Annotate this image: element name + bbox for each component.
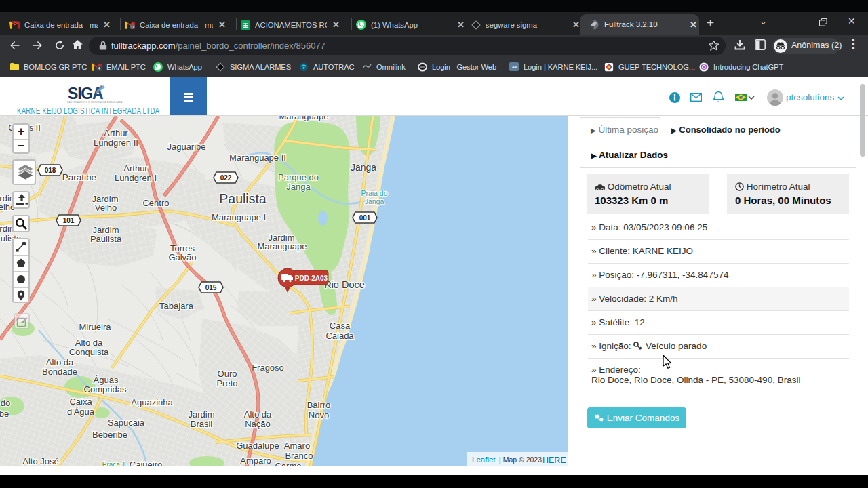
svg-text:Paulista: Paulista [90,234,122,244]
svg-text:101: 101 [63,217,75,224]
svg-text:4: 4 [98,66,100,70]
svg-text:be: be [0,409,9,419]
svg-text:Lundgren II: Lundgren II [94,138,138,148]
svg-text:Nação: Nação [245,419,271,429]
svg-text:Águas: Águas [94,375,119,385]
svg-text:Praia do: Praia do [361,189,387,197]
svg-text:Casa: Casa [330,321,351,331]
svg-text:Arthur: Arthur [104,128,128,138]
svg-text:Amparo: Amparo [240,455,271,466]
svg-text:Aguazinha: Aguazinha [131,397,173,407]
svg-text:Alto da: Alto da [244,409,272,420]
svg-text:0: 0 [132,24,134,28]
svg-text:Beberibe: Beberibe [92,430,127,440]
svg-text:Rio Doce: Rio Doce [324,279,365,290]
svg-text:001: 001 [359,214,371,222]
svg-text:Praça 1: Praça 1 [102,461,126,466]
svg-text:Mirueira: Mirueira [79,322,112,332]
svg-text:Novo: Novo [309,410,329,420]
svg-text:Arthur: Arthur [123,163,148,174]
svg-text:Velho: Velho [95,203,117,213]
svg-text:Lundgren I: Lundgren I [115,173,157,183]
svg-text:Jaguaribe: Jaguaribe [167,142,205,152]
svg-text:Compridas: Compridas [84,384,127,394]
svg-text:Alto da: Alto da [75,338,103,348]
svg-text:Brasil: Brasil [191,419,213,429]
svg-text:Bairro: Bairro [307,400,331,410]
svg-text:do: do [1,398,10,408]
svg-text:Maranguape: Maranguape [258,241,307,251]
svg-text:Bondade: Bondade [42,367,77,377]
svg-text:Paratibe: Paratibe [62,172,96,182]
svg-text:HERE: HERE [542,455,566,465]
svg-text:Carmo: Carmo [275,461,301,466]
svg-text:015: 015 [205,284,217,291]
svg-text:Maranguape: Maranguape [279,116,329,121]
svg-text:Galvão: Galvão [168,252,196,262]
svg-text:Guadalupe: Guadalupe [236,441,279,451]
svg-text:Janga: Janga [351,162,376,173]
svg-text:022: 022 [220,174,232,182]
svg-text:Alto da: Alto da [46,357,74,367]
svg-text:Branco: Branco [285,451,313,461]
svg-text:Janga: Janga [365,197,384,205]
svg-text:Janga: Janga [286,182,311,192]
svg-text:Conquista: Conquista [69,347,109,357]
svg-text:Caixa: Caixa [69,396,92,407]
svg-text:PDD-2A03: PDD-2A03 [295,274,328,282]
svg-text:Sapucaia: Sapucaia [108,418,145,428]
svg-text:Cajueiro: Cajueiro [130,460,162,466]
svg-text:Preto: Preto [216,378,237,388]
svg-text:d'Água: d'Água [67,407,95,417]
svg-text:Leaflet: Leaflet [472,455,496,464]
svg-text:018: 018 [45,167,56,174]
svg-text:Maranguape I: Maranguape I [212,212,266,222]
svg-text:Caiada: Caiada [326,331,354,341]
svg-text:Paulista: Paulista [219,191,267,206]
svg-text:Maranguape II: Maranguape II [229,152,286,163]
svg-text:Parque do: Parque do [278,172,319,182]
svg-text:Tabajara: Tabajara [159,301,194,311]
svg-text:Ouro: Ouro [218,369,237,379]
svg-text:Amaro: Amaro [284,441,310,451]
svg-text:Fragoso: Fragoso [252,363,284,373]
svg-text:Jardim: Jardim [188,409,214,420]
svg-text:| Map © 2023: | Map © 2023 [499,455,542,464]
svg-text:Alto José: Alto José [22,456,58,466]
svg-text:Centro: Centro [142,198,169,208]
